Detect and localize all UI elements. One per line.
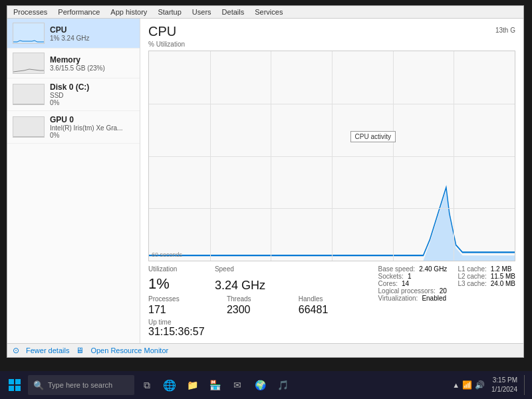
graph-seconds-label: 60 seconds xyxy=(152,251,182,258)
logical-row: Logical processors: 20 xyxy=(378,287,448,295)
menu-app-history[interactable]: App history xyxy=(108,7,149,17)
show-desktop-button[interactable] xyxy=(524,375,528,395)
cpu-name: CPU xyxy=(50,25,134,35)
chevron-up-icon[interactable]: ▲ xyxy=(452,381,460,389)
clock-time: 3:15 PM xyxy=(491,376,517,385)
mail-icon[interactable]: ✉ xyxy=(227,375,247,395)
ie-icon[interactable]: 🌍 xyxy=(250,375,270,395)
file-explorer-icon[interactable]: 📁 xyxy=(182,375,202,395)
corner-label: 13th G xyxy=(495,27,515,34)
grid-v3 xyxy=(332,51,332,261)
sidebar: CPU 1% 3.24 GHz Memory 3.6/15.5 GB (23%) xyxy=(7,19,140,343)
logical-label: Logical processors: xyxy=(378,287,436,295)
l2-label: L2 cache: xyxy=(458,273,486,280)
start-button[interactable] xyxy=(4,374,25,396)
disk-thumbnail xyxy=(13,84,45,105)
cpu-sub: 1% 3.24 GHz xyxy=(50,35,134,42)
gpu-info: GPU 0 Intel(R) Iris(tm) Xe Gra... 0% xyxy=(50,115,134,139)
virtualization-row: Virtualization: Enabled xyxy=(378,295,448,302)
search-text: Type here to search xyxy=(48,381,112,389)
open-resource-monitor-button[interactable]: Open Resource Monitor xyxy=(90,346,168,354)
cores-label: Cores: xyxy=(378,280,398,287)
right-stats: Base speed: 2.40 GHz Sockets: 1 Cores: 1… xyxy=(378,265,515,338)
sidebar-item-cpu[interactable]: CPU 1% 3.24 GHz xyxy=(7,19,140,49)
store-icon[interactable]: 🏪 xyxy=(205,375,225,395)
taskbar-clock[interactable]: 3:15 PM 1/1/2024 xyxy=(487,376,521,394)
main-panel: CPU % Utilization 13th G xyxy=(140,19,523,343)
memory-thumbnail xyxy=(13,53,45,74)
system-tray: ▲ 📶 🔊 xyxy=(452,380,485,390)
uptime-value: 31:15:36:57 xyxy=(148,326,365,338)
edge-icon[interactable]: 🌐 xyxy=(160,375,180,395)
l3-value: 24.0 MB xyxy=(491,280,515,287)
menu-details[interactable]: Details xyxy=(220,7,247,17)
search-box[interactable]: 🔍 Type here to search xyxy=(28,375,134,395)
resource-monitor-icon: 🖥 xyxy=(76,346,84,355)
search-icon: 🔍 xyxy=(33,380,44,390)
gpu-thumbnail xyxy=(13,116,45,138)
grid-v1 xyxy=(210,51,211,261)
grid-v2 xyxy=(271,51,271,261)
task-view-button[interactable]: ⧉ xyxy=(137,375,157,395)
svg-rect-2 xyxy=(13,84,45,105)
menu-users[interactable]: Users xyxy=(190,7,213,17)
sidebar-item-disk[interactable]: Disk 0 (C:) SSD 0% xyxy=(7,78,140,111)
menu-bar: Processes Performance App history Startu… xyxy=(7,6,523,19)
utilization-label: Utilization xyxy=(148,265,201,273)
memory-name: Memory xyxy=(50,55,134,65)
speed-value: 3.24 GHz xyxy=(215,279,290,293)
handles-value: 66481 xyxy=(299,304,365,316)
l2-row: L2 cache: 11.5 MB xyxy=(458,273,515,280)
chevron-down-icon: ⊙ xyxy=(13,346,19,355)
sidebar-item-memory[interactable]: Memory 3.6/15.5 GB (23%) xyxy=(7,49,140,78)
threads-label: Threads xyxy=(227,295,288,303)
volume-icon[interactable]: 🔊 xyxy=(475,380,485,390)
disk-info: Disk 0 (C:) SSD 0% xyxy=(50,82,134,106)
l1-row: L1 cache: 1.2 MB xyxy=(458,265,515,273)
menu-processes[interactable]: Processes xyxy=(11,7,49,17)
stats-section: Utilization Speed 1% 3.24 GHz Processes … xyxy=(148,265,515,338)
task-manager-window: Processes Performance App history Startu… xyxy=(7,5,524,358)
base-speed-row: Base speed: 2.40 GHz xyxy=(378,265,448,273)
handles-label: Handles xyxy=(299,295,365,303)
processes-value: 171 xyxy=(148,304,216,316)
menu-services[interactable]: Services xyxy=(253,7,285,17)
network-icon[interactable]: 📶 xyxy=(462,380,472,390)
l1-value: 1.2 MB xyxy=(491,265,512,273)
content-area: CPU 1% 3.24 GHz Memory 3.6/15.5 GB (23%) xyxy=(7,19,523,343)
svg-rect-5 xyxy=(9,379,14,384)
logical-value: 20 xyxy=(440,287,447,295)
windows-icon xyxy=(9,379,21,391)
l3-row: L3 cache: 24.0 MB xyxy=(458,280,515,287)
cpu-info: CPU 1% 3.24 GHz xyxy=(50,25,134,42)
disk-type: SSD xyxy=(50,92,134,99)
speed-label: Speed xyxy=(215,265,290,273)
cpu-thumbnail xyxy=(13,23,45,44)
processes-label: Processes xyxy=(148,295,216,303)
memory-info: Memory 3.6/15.5 GB (23%) xyxy=(50,55,134,72)
gpu-sub: Intel(R) Iris(tm) Xe Gra... xyxy=(50,124,134,132)
svg-rect-6 xyxy=(15,379,21,384)
sidebar-item-gpu[interactable]: GPU 0 Intel(R) Iris(tm) Xe Gra... 0% xyxy=(7,111,140,144)
menu-performance[interactable]: Performance xyxy=(56,7,102,17)
sockets-value: 1 xyxy=(408,273,412,280)
base-speed-value: 2.40 GHz xyxy=(419,265,447,273)
panel-title: CPU xyxy=(148,24,185,39)
cores-value: 14 xyxy=(402,280,409,287)
taskbar: 🔍 Type here to search ⧉ 🌐 📁 🏪 ✉ 🌍 🎵 ▲ 📶 … xyxy=(0,371,532,399)
l2-value: 11.5 MB xyxy=(491,273,515,280)
grid-v5 xyxy=(454,51,454,261)
fewer-details-button[interactable]: Fewer details xyxy=(26,346,69,354)
cores-row: Cores: 14 xyxy=(378,280,448,287)
menu-startup[interactable]: Startup xyxy=(156,7,183,17)
memory-sub: 3.6/15.5 GB (23%) xyxy=(50,65,134,72)
uptime-label: Up time xyxy=(148,319,365,326)
media-player-icon[interactable]: 🎵 xyxy=(273,375,293,395)
cpu-graph: CPU activity 60 seconds xyxy=(148,51,515,261)
uptime-section: Up time 31:15:36:57 xyxy=(148,319,365,338)
l1-label: L1 cache: xyxy=(458,265,486,273)
left-stats: Utilization Speed 1% 3.24 GHz Processes … xyxy=(148,265,365,338)
panel-subtitle: % Utilization xyxy=(148,41,185,48)
svg-rect-3 xyxy=(13,117,45,138)
disk-name: Disk 0 (C:) xyxy=(50,82,134,92)
